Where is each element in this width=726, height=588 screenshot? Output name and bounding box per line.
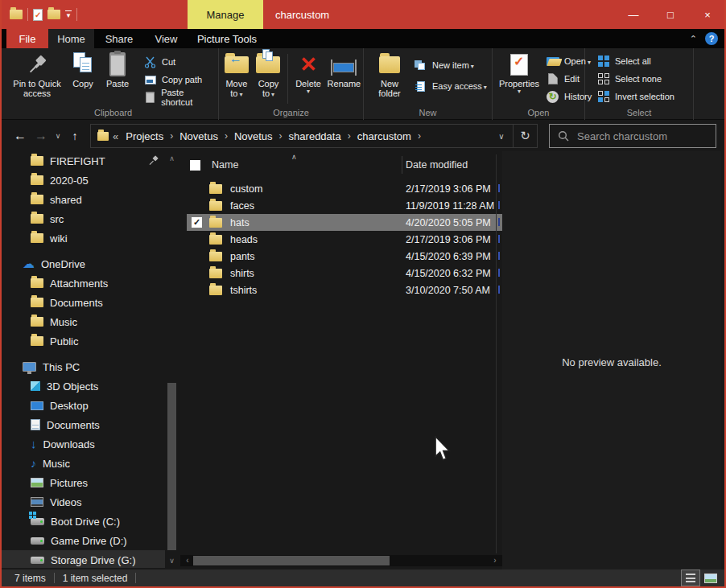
pin-icon: [27, 52, 47, 76]
file-row-tshirts[interactable]: tshirts 3/10/2020 7:50 AM: [187, 282, 502, 298]
tab-view[interactable]: View: [144, 29, 188, 48]
horizontal-scrollbar-thumb[interactable]: [193, 556, 390, 565]
invert-selection-button[interactable]: Invert selection: [593, 88, 678, 105]
breadcrumb-item-novetus-2[interactable]: Novetus: [231, 130, 276, 142]
sidebar-item-music[interactable]: ♪Music: [2, 454, 165, 473]
sidebar-item-firefight[interactable]: FIREFIGHT: [2, 151, 165, 171]
file-row-heads[interactable]: heads 2/17/2019 3:06 PM: [187, 231, 502, 248]
recent-locations-icon[interactable]: ∨: [52, 132, 64, 140]
new-item-button[interactable]: New item: [410, 55, 490, 76]
details-view-button[interactable]: [682, 570, 699, 586]
scroll-right-icon[interactable]: ›: [489, 555, 501, 566]
paste-shortcut-button[interactable]: Paste shortcut: [140, 88, 218, 106]
collapse-ribbon-icon[interactable]: ⌃: [690, 34, 697, 44]
sidebar-item-this-pc[interactable]: This PC: [2, 357, 165, 376]
tab-picture-tools[interactable]: Picture Tools: [189, 29, 265, 48]
explorer-window: Manage charcustom — □ × File Home Share …: [0, 0, 726, 588]
search-input[interactable]: [575, 130, 696, 143]
large-icons-view-icon: [704, 574, 717, 583]
invert-selection-label: Invert selection: [615, 92, 674, 101]
pin-label: Pin to Quick access: [8, 79, 66, 98]
breadcrumb-item-shareddata[interactable]: shareddata: [286, 130, 344, 142]
row-checkbox-checked[interactable]: ✓: [192, 217, 202, 228]
sidebar-item-documents-onedrive[interactable]: Documents: [2, 293, 165, 312]
sidebar-item-onedrive[interactable]: ☁OneDrive: [2, 254, 165, 273]
back-button[interactable]: ←: [10, 129, 31, 143]
address-bar[interactable]: « Projects Novetus Novetus shareddata ch…: [90, 124, 538, 148]
sidebar-item-videos[interactable]: Videos: [2, 492, 165, 512]
file-name: heads: [230, 234, 258, 245]
qat-new-folder-icon[interactable]: [47, 10, 60, 19]
refresh-icon[interactable]: ↻: [513, 124, 537, 148]
close-button[interactable]: ×: [689, 0, 726, 29]
sidebar-item-downloads[interactable]: ↓Downloads: [2, 434, 165, 454]
up-button[interactable]: ↑: [64, 130, 85, 142]
rename-button[interactable]: Rename: [325, 52, 363, 88]
tab-home[interactable]: Home: [48, 29, 94, 48]
forward-button[interactable]: →: [31, 129, 52, 143]
sidebar-item-desktop[interactable]: Desktop: [2, 396, 165, 415]
copy-button[interactable]: Copy: [66, 52, 100, 88]
qat-customize-dropdown-icon[interactable]: [65, 10, 72, 19]
breadcrumb-item-novetus[interactable]: Novetus: [176, 130, 221, 142]
tab-share[interactable]: Share: [94, 29, 144, 48]
preview-pane: No preview available.: [502, 151, 721, 569]
qat-properties-icon[interactable]: [33, 9, 43, 21]
scroll-down-icon[interactable]: ∨: [167, 555, 177, 566]
select-none-button[interactable]: Select none: [593, 70, 678, 88]
copy-to-button[interactable]: Copy to: [253, 52, 285, 100]
pin-to-quick-access-button[interactable]: Pin to Quick access: [8, 52, 66, 98]
tab-file[interactable]: File: [6, 29, 48, 48]
scroll-left-icon[interactable]: ‹: [182, 555, 193, 566]
sidebar-item-music-onedrive[interactable]: Music: [2, 312, 165, 331]
sidebar-item-documents[interactable]: Documents: [2, 415, 165, 434]
file-list: Name ∧ Date modified custom 2/17/2019 3:…: [180, 151, 502, 569]
easy-access-button[interactable]: Easy access: [410, 76, 490, 97]
large-icons-view-button[interactable]: [702, 570, 720, 586]
select-all-checkbox[interactable]: [190, 160, 200, 171]
manage-contextual-tab[interactable]: Manage: [188, 0, 263, 29]
file-row-faces[interactable]: faces 11/9/2019 11:28 AM: [187, 197, 502, 214]
qat-folder-icon[interactable]: [10, 10, 23, 19]
sidebar-scrollbar-thumb[interactable]: [167, 383, 176, 550]
sidebar-item-src[interactable]: src: [2, 209, 165, 228]
help-icon[interactable]: ?: [705, 32, 718, 45]
breadcrumb-item-charcustom[interactable]: charcustom: [354, 130, 415, 142]
breadcrumb-item-projects[interactable]: Projects: [122, 130, 167, 142]
properties-button[interactable]: Properties: [496, 52, 542, 95]
column-header-name[interactable]: Name: [212, 159, 238, 171]
sidebar-item-game-drive[interactable]: Game Drive (D:): [2, 531, 165, 550]
file-row-custom[interactable]: custom 2/17/2019 3:06 PM: [187, 180, 502, 197]
copy-path-button[interactable]: Copy path: [140, 71, 218, 88]
maximize-button[interactable]: □: [652, 0, 689, 29]
sidebar-item-attachments[interactable]: Attachments: [2, 273, 165, 293]
address-dropdown-icon[interactable]: ∨: [490, 132, 513, 141]
new-folder-button[interactable]: New folder: [370, 52, 409, 98]
file-date-modified: 4/15/2020 6:32 PM: [406, 268, 491, 279]
file-row-hats-selected[interactable]: ✓ hats 4/20/2020 5:05 PM: [187, 214, 502, 231]
sidebar-scrollbar[interactable]: ∧ ∨: [167, 151, 177, 568]
scroll-up-icon[interactable]: ∧: [167, 153, 177, 164]
sidebar-item-boot-drive[interactable]: Boot Drive (C:): [2, 512, 165, 531]
sidebar-item-3d-objects[interactable]: 3D Objects: [2, 376, 165, 396]
properties-icon: [510, 52, 528, 76]
sidebar-item-public[interactable]: Public: [2, 331, 165, 351]
file-row-shirts[interactable]: shirts 4/15/2020 6:32 PM: [187, 265, 502, 282]
column-header-date-modified[interactable]: Date modified: [406, 159, 468, 171]
sidebar-item-shared[interactable]: shared: [2, 190, 165, 209]
address-folder-icon: [97, 132, 109, 141]
move-to-button[interactable]: ← Move to: [221, 52, 253, 100]
breadcrumb-overflow[interactable]: «: [112, 130, 119, 142]
cut-button[interactable]: Cut: [140, 53, 218, 71]
sidebar-item-pictures[interactable]: Pictures: [2, 473, 165, 492]
delete-button[interactable]: ✕ Delete: [291, 52, 325, 95]
paste-button[interactable]: Paste: [100, 52, 135, 88]
file-row-pants[interactable]: pants 4/15/2020 6:39 PM: [187, 248, 502, 265]
horizontal-scrollbar[interactable]: ‹ ›: [180, 555, 502, 566]
minimize-button[interactable]: —: [615, 0, 652, 29]
sidebar-item-storage-drive[interactable]: Storage Drive (G:): [2, 550, 165, 568]
sidebar-item-wiki[interactable]: wiki: [2, 228, 165, 248]
select-all-button[interactable]: Select all: [593, 52, 678, 70]
column-separator[interactable]: [402, 156, 402, 174]
sidebar-item-2020-05[interactable]: 2020-05: [2, 171, 165, 190]
